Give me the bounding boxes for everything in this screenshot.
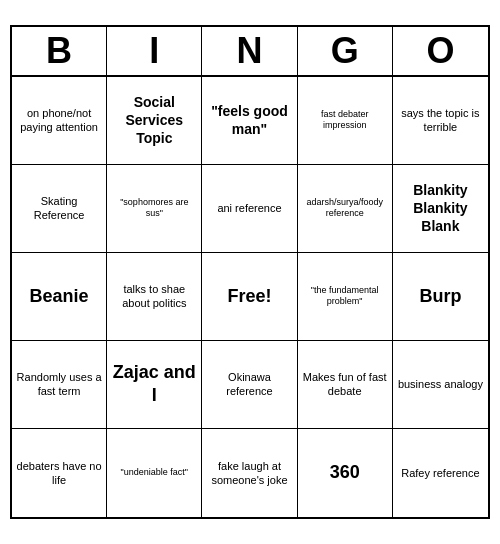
bingo-letter-g: G <box>298 27 393 75</box>
bingo-cell-r2c5: Blankity Blankity Blank <box>393 165 488 253</box>
bingo-card: BINGO on phone/not paying attentionSocia… <box>10 25 490 519</box>
bingo-cell-r5c4: 360 <box>298 429 393 517</box>
bingo-header: BINGO <box>12 27 488 77</box>
bingo-cell-r5c2: "undeniable fact" <box>107 429 202 517</box>
bingo-letter-o: O <box>393 27 488 75</box>
bingo-cell-r4c2: Zajac and I <box>107 341 202 429</box>
bingo-cell-r1c5: says the topic is terrible <box>393 77 488 165</box>
bingo-cell-r5c1: debaters have no life <box>12 429 107 517</box>
bingo-cell-r5c5: Rafey reference <box>393 429 488 517</box>
bingo-cell-r2c3: ani reference <box>202 165 297 253</box>
bingo-cell-r4c1: Randomly uses a fast term <box>12 341 107 429</box>
bingo-cell-r3c3: Free! <box>202 253 297 341</box>
bingo-cell-r2c1: Skating Reference <box>12 165 107 253</box>
bingo-cell-r4c3: Okinawa reference <box>202 341 297 429</box>
bingo-cell-r5c3: fake laugh at someone's joke <box>202 429 297 517</box>
bingo-grid: on phone/not paying attentionSocial Serv… <box>12 77 488 517</box>
bingo-cell-r3c4: "the fundamental problem" <box>298 253 393 341</box>
bingo-cell-r1c1: on phone/not paying attention <box>12 77 107 165</box>
bingo-letter-b: B <box>12 27 107 75</box>
bingo-cell-r1c4: fast debater impression <box>298 77 393 165</box>
bingo-cell-r1c3: "feels good man" <box>202 77 297 165</box>
bingo-cell-r4c4: Makes fun of fast debate <box>298 341 393 429</box>
bingo-cell-r2c4: adarsh/surya/foody reference <box>298 165 393 253</box>
bingo-letter-i: I <box>107 27 202 75</box>
bingo-cell-r4c5: business analogy <box>393 341 488 429</box>
bingo-cell-r1c2: Social Services Topic <box>107 77 202 165</box>
bingo-cell-r3c5: Burp <box>393 253 488 341</box>
bingo-cell-r3c2: talks to shae about politics <box>107 253 202 341</box>
bingo-cell-r3c1: Beanie <box>12 253 107 341</box>
bingo-cell-r2c2: "sophomores are sus" <box>107 165 202 253</box>
bingo-letter-n: N <box>202 27 297 75</box>
